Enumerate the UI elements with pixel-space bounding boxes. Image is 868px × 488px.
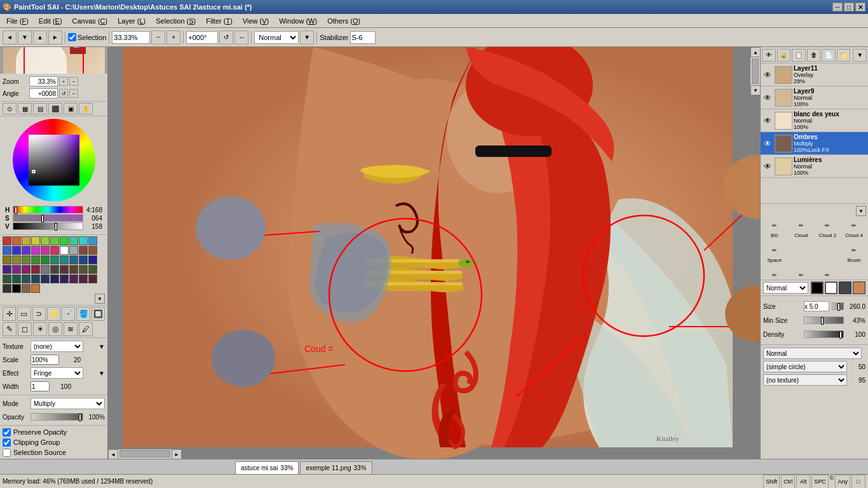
brush-empty2[interactable] <box>815 241 841 265</box>
brush-copic[interactable]: ✏ Copic <box>789 266 814 280</box>
mode-select[interactable]: Multiply <box>31 398 105 409</box>
color-wheel-container[interactable] <box>3 119 105 201</box>
layer-group-btn[interactable]: 📁 <box>837 49 851 62</box>
texture-select[interactable]: (none) <box>31 341 83 352</box>
swatch-47[interactable] <box>69 274 78 283</box>
menu-filter[interactable]: Filter (T) <box>201 16 238 26</box>
menu-layer[interactable]: Layer (L) <box>112 16 151 26</box>
selection-checkbox[interactable] <box>68 33 76 41</box>
swatch-3[interactable] <box>31 236 40 245</box>
menu-file[interactable]: File (F) <box>1 16 34 26</box>
angle-flip[interactable]: ↔ <box>69 89 78 98</box>
clipping-group-checkbox[interactable] <box>3 438 11 447</box>
zoom-minus[interactable]: − <box>151 30 165 44</box>
toolbar-nav-up[interactable]: ▲ <box>33 30 47 44</box>
swatch-50[interactable] <box>3 284 11 293</box>
density-slider[interactable] <box>804 330 844 338</box>
blend-mode-arrow[interactable]: ▼ <box>300 30 314 44</box>
brush-cloud2[interactable]: ✏ Cloud 2 <box>815 217 841 240</box>
thumbnail-area[interactable] <box>0 47 107 74</box>
swatch-24[interactable] <box>41 255 50 264</box>
spc-key[interactable]: SPC <box>811 475 829 489</box>
swatch-26[interactable] <box>60 255 69 264</box>
brush-bg[interactable]: ✏ BG <box>762 217 787 240</box>
color-mode-swatches[interactable]: ▦ <box>18 103 32 114</box>
menu-selection[interactable]: Selection (S) <box>151 16 201 26</box>
swatch-19[interactable] <box>88 246 97 255</box>
swatch-scroll-down[interactable]: ▼ <box>95 294 105 304</box>
swatch-52[interactable] <box>22 284 31 293</box>
swatch-21[interactable] <box>12 255 21 264</box>
swatch-45[interactable] <box>50 274 59 283</box>
swatch-10[interactable] <box>3 246 11 255</box>
color-square[interactable] <box>29 135 79 186</box>
swatch-29[interactable] <box>88 255 97 264</box>
vscroll-track[interactable] <box>750 57 760 85</box>
vscroll-thumb[interactable] <box>752 58 759 84</box>
angle-value[interactable] <box>29 88 58 98</box>
swatch-33[interactable] <box>31 265 40 274</box>
brush-empty1[interactable] <box>789 241 814 265</box>
tool-lasso[interactable]: ⊃ <box>32 307 46 321</box>
swatch-9[interactable] <box>88 236 97 245</box>
swatch-28[interactable] <box>79 255 88 264</box>
swatch-20[interactable] <box>3 255 11 264</box>
hscroll-left[interactable]: ◄ <box>108 449 118 459</box>
alt-color-2[interactable] <box>853 281 865 294</box>
maximize-button[interactable]: □ <box>844 3 854 11</box>
layer-delete-btn[interactable]: 🗑 <box>807 49 821 62</box>
swatch-46[interactable] <box>60 274 69 283</box>
angle-reset[interactable]: ↺ <box>59 89 68 98</box>
stabilizer-input[interactable] <box>350 31 376 44</box>
zoom-input[interactable] <box>112 31 150 44</box>
brush-smooth[interactable]: ✏ smooth <box>815 266 841 280</box>
brush-brush[interactable]: ✏ Brush <box>841 241 867 265</box>
brush-texture-type[interactable]: (no texture) <box>763 374 847 386</box>
tool-magic-wand[interactable]: ⭐ <box>47 307 60 321</box>
canvas-area[interactable]: Coud = Kitalley ▲ ▼ ◄ ► <box>108 47 760 459</box>
layer-new-btn[interactable]: 📄 <box>822 49 836 62</box>
swatch-42[interactable] <box>22 274 31 283</box>
vscroll-down[interactable]: ▼ <box>750 85 760 95</box>
layer-eye-ombres[interactable]: 👁 <box>762 138 773 149</box>
brush-presets-scroll-btn[interactable]: ▼ <box>856 206 866 216</box>
hscroll-track[interactable] <box>118 449 172 459</box>
brush-space[interactable]: ✏ Space <box>762 241 787 265</box>
opacity-slider[interactable] <box>31 413 83 421</box>
swatch-35[interactable] <box>50 265 59 274</box>
swatch-12[interactable] <box>22 246 31 255</box>
swatch-14[interactable] <box>41 246 50 255</box>
swatch-16[interactable] <box>60 246 69 255</box>
tab-astuce[interactable]: astuce mi.sai 33% <box>235 461 299 474</box>
ctrl-key[interactable]: Ctrl <box>781 475 795 489</box>
layer-item-ombres[interactable]: 👁 Ombres Multiply 100%Lock FX <box>761 132 868 155</box>
brush-cloud4[interactable]: ✏ Cloud 4 <box>841 217 867 240</box>
tool-blur[interactable]: ◎ <box>48 322 62 336</box>
swatch-36[interactable] <box>60 265 69 274</box>
zoom-plus[interactable]: + <box>166 30 180 44</box>
color-mode-wheel[interactable]: ⊙ <box>3 103 17 114</box>
swatch-15[interactable] <box>50 246 59 255</box>
swatch-39[interactable] <box>88 265 97 274</box>
brush-shape-type[interactable]: (simple circle) <box>763 361 847 372</box>
toolbar-nav-right[interactable]: ► <box>48 30 62 44</box>
hscroll-thumb[interactable] <box>119 450 170 458</box>
color-mode-hsv[interactable]: ▣ <box>64 103 78 114</box>
shift-key[interactable]: Shift <box>763 475 780 489</box>
swatch-6[interactable] <box>60 236 69 245</box>
swatch-27[interactable] <box>69 255 78 264</box>
s-slider[interactable] <box>13 214 83 222</box>
selection-source-checkbox[interactable] <box>3 449 11 457</box>
zoom-dec[interactable]: − <box>69 77 78 86</box>
tool-brush[interactable]: ✎ <box>3 322 17 336</box>
swatch-48[interactable] <box>79 274 88 283</box>
width-input[interactable] <box>31 381 50 391</box>
foreground-color[interactable] <box>811 281 824 294</box>
rotation-flip[interactable]: ↔ <box>234 30 248 44</box>
swatch-49[interactable] <box>88 274 97 283</box>
minimize-button[interactable]: ─ <box>832 3 843 11</box>
swatch-43[interactable] <box>31 274 40 283</box>
alt-key[interactable]: Alt <box>796 475 810 489</box>
tool-pen[interactable]: 🖊 <box>79 322 93 336</box>
brush-empty3[interactable] <box>841 266 867 280</box>
